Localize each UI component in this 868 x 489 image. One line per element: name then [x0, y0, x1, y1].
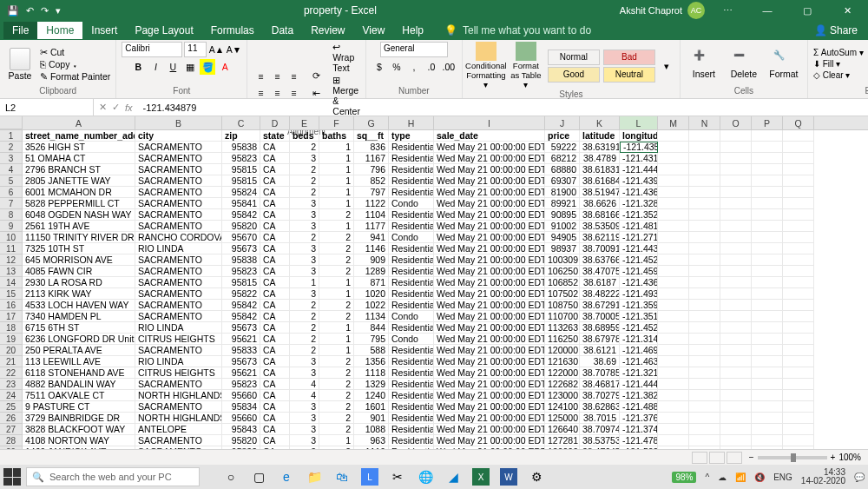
cell[interactable]: [658, 288, 689, 300]
cell[interactable]: 795: [354, 334, 389, 345]
cell[interactable]: 95673: [222, 322, 260, 334]
column-header[interactable]: J: [545, 116, 580, 129]
cell[interactable]: 1: [319, 322, 354, 334]
cell[interactable]: [752, 175, 783, 187]
cell[interactable]: CA: [260, 435, 290, 446]
cell[interactable]: [720, 221, 752, 232]
cell[interactable]: 1177: [354, 221, 389, 232]
cell[interactable]: CA: [260, 153, 290, 164]
cell[interactable]: [783, 367, 814, 379]
cell[interactable]: [689, 254, 720, 266]
cell[interactable]: 250 PERALTA AVE: [23, 345, 135, 356]
cell[interactable]: 123000: [545, 390, 580, 401]
row-header[interactable]: 10: [0, 232, 23, 243]
zoom-out-icon[interactable]: −: [749, 453, 754, 462]
cell[interactable]: 68212: [545, 153, 580, 164]
cell[interactable]: Wed May 21 00:00:00 EDT 2008: [434, 254, 545, 266]
cell[interactable]: [689, 175, 720, 187]
cell[interactable]: 2: [319, 356, 354, 367]
cell[interactable]: Residentia: [389, 435, 434, 446]
cell[interactable]: 106852: [545, 277, 580, 288]
undo-icon[interactable]: ↶: [26, 5, 34, 17]
styles-more-icon[interactable]: ▾: [659, 58, 674, 74]
cell[interactable]: 2: [319, 232, 354, 243]
cell[interactable]: 1: [319, 435, 354, 446]
cell[interactable]: 95838: [222, 142, 260, 153]
cell[interactable]: Wed May 21 00:00:00 EDT 2008: [434, 266, 545, 277]
cell[interactable]: [689, 198, 720, 209]
cell[interactable]: -121.376: [620, 413, 658, 424]
cell[interactable]: [720, 311, 752, 322]
cell[interactable]: [752, 277, 783, 288]
cell[interactable]: 38.48222: [580, 288, 620, 300]
cell[interactable]: 1020: [354, 288, 389, 300]
save-icon[interactable]: 💾: [7, 5, 19, 17]
cell[interactable]: [658, 187, 689, 198]
column-header[interactable]: B: [135, 116, 222, 129]
select-all-corner[interactable]: [0, 116, 23, 129]
cell[interactable]: [720, 232, 752, 243]
cell[interactable]: [720, 130, 752, 142]
cell[interactable]: [720, 367, 752, 379]
cell[interactable]: 95660: [222, 390, 260, 401]
cell[interactable]: 2: [290, 232, 319, 243]
cell[interactable]: 2: [319, 243, 354, 254]
cell[interactable]: 2: [290, 300, 319, 311]
cell[interactable]: 38.61684: [580, 175, 620, 187]
close-icon[interactable]: ✕: [830, 0, 865, 21]
cell[interactable]: 38.67291: [580, 300, 620, 311]
cell[interactable]: 1146: [354, 243, 389, 254]
cell[interactable]: 2: [290, 334, 319, 345]
cell[interactable]: [783, 311, 814, 322]
cell[interactable]: 95833: [222, 345, 260, 356]
cell[interactable]: 2805 JANETTE WAY: [23, 175, 135, 187]
cell[interactable]: zip: [222, 130, 260, 142]
align-left-icon[interactable]: ≡: [253, 85, 268, 101]
cell[interactable]: [658, 243, 689, 254]
cell[interactable]: 95822: [222, 288, 260, 300]
cell[interactable]: Wed May 21 00:00:00 EDT 2008: [434, 221, 545, 232]
column-header[interactable]: L: [620, 116, 658, 129]
cell[interactable]: [783, 288, 814, 300]
cell[interactable]: 38.4789: [580, 153, 620, 164]
cell[interactable]: [783, 413, 814, 424]
cell[interactable]: -121.271: [620, 232, 658, 243]
style-good[interactable]: Good: [548, 67, 600, 83]
cell[interactable]: -121.382: [620, 390, 658, 401]
cell[interactable]: 2: [319, 311, 354, 322]
cell[interactable]: SACRAMENTO: [135, 175, 222, 187]
cell[interactable]: Residentia: [389, 401, 434, 413]
cell[interactable]: Residentia: [389, 424, 434, 435]
cell[interactable]: 91002: [545, 221, 580, 232]
cell[interactable]: 100309: [545, 254, 580, 266]
clock[interactable]: 14:33 14-02-2020: [801, 468, 845, 486]
cell[interactable]: 9 PASTURE CT: [23, 401, 135, 413]
cell[interactable]: 5828 PEPPERMILL CT: [23, 198, 135, 209]
cell[interactable]: SACRAMENTO: [135, 300, 222, 311]
cell[interactable]: 106250: [545, 266, 580, 277]
cell[interactable]: [720, 334, 752, 345]
cell[interactable]: [720, 424, 752, 435]
cell[interactable]: [689, 401, 720, 413]
cell[interactable]: [720, 243, 752, 254]
cell[interactable]: 6236 LONGFORD DR Unit 1: [23, 334, 135, 345]
cell[interactable]: [783, 164, 814, 175]
tell-me-input[interactable]: 💡Tell me what you want to do: [444, 24, 591, 36]
cell[interactable]: CA: [260, 379, 290, 390]
cell[interactable]: [720, 300, 752, 311]
enter-formula-icon[interactable]: ✓: [112, 102, 120, 113]
cell[interactable]: 95824: [222, 187, 260, 198]
cell[interactable]: [689, 413, 720, 424]
cell[interactable]: [752, 142, 783, 153]
cell[interactable]: Wed May 21 00:00:00 EDT 2008: [434, 243, 545, 254]
cell[interactable]: 38.70974: [580, 424, 620, 435]
cell[interactable]: [658, 142, 689, 153]
cell[interactable]: -121.431: [620, 153, 658, 164]
cell[interactable]: 3: [290, 413, 319, 424]
cell[interactable]: CA: [260, 277, 290, 288]
cell[interactable]: [689, 300, 720, 311]
cell[interactable]: Wed May 21 00:00:00 EDT 2008: [434, 232, 545, 243]
tab-insert[interactable]: Insert: [82, 22, 126, 39]
cell[interactable]: 4882 BANDALIN WAY: [23, 379, 135, 390]
cell[interactable]: [752, 356, 783, 367]
